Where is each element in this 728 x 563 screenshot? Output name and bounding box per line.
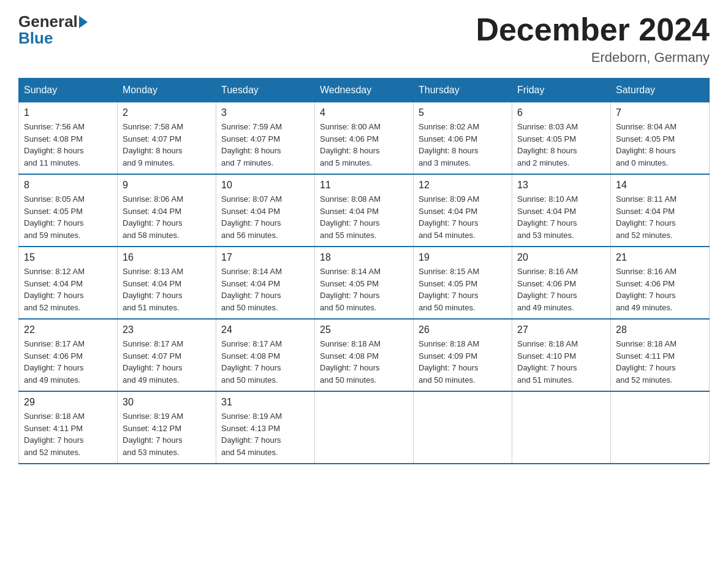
day-cell: 17Sunrise: 8:14 AMSunset: 4:04 PMDayligh… — [216, 247, 315, 319]
day-info: Sunrise: 8:04 AMSunset: 4:05 PMDaylight:… — [616, 121, 704, 169]
day-info: Sunrise: 8:09 AMSunset: 4:04 PMDaylight:… — [419, 193, 507, 241]
day-number: 24 — [221, 324, 309, 335]
day-info: Sunrise: 8:14 AMSunset: 4:05 PMDaylight:… — [320, 266, 408, 313]
page-header: General Blue December 2024 Erdeborn, Ger… — [18, 12, 710, 66]
day-number: 13 — [517, 180, 605, 191]
day-cell — [414, 391, 512, 464]
weekday-header-row: SundayMondayTuesdayWednesdayThursdayFrid… — [19, 79, 710, 102]
day-cell: 22Sunrise: 8:17 AMSunset: 4:06 PMDayligh… — [19, 319, 118, 391]
day-number: 19 — [419, 252, 507, 263]
day-number: 31 — [221, 397, 309, 408]
day-number: 17 — [221, 252, 309, 263]
day-info: Sunrise: 8:00 AMSunset: 4:06 PMDaylight:… — [320, 121, 408, 169]
day-cell: 31Sunrise: 8:19 AMSunset: 4:13 PMDayligh… — [216, 391, 315, 464]
day-cell: 23Sunrise: 8:17 AMSunset: 4:07 PMDayligh… — [118, 319, 216, 391]
day-cell: 3Sunrise: 7:59 AMSunset: 4:07 PMDaylight… — [216, 102, 315, 175]
day-cell: 16Sunrise: 8:13 AMSunset: 4:04 PMDayligh… — [118, 247, 216, 319]
day-info: Sunrise: 8:11 AMSunset: 4:04 PMDaylight:… — [616, 193, 704, 241]
day-number: 28 — [616, 324, 704, 335]
day-cell: 29Sunrise: 8:18 AMSunset: 4:11 PMDayligh… — [19, 391, 118, 464]
week-row-5: 29Sunrise: 8:18 AMSunset: 4:11 PMDayligh… — [19, 391, 710, 464]
day-cell: 20Sunrise: 8:16 AMSunset: 4:06 PMDayligh… — [512, 247, 611, 319]
day-number: 25 — [320, 324, 408, 335]
day-number: 9 — [123, 180, 211, 191]
day-info: Sunrise: 8:19 AMSunset: 4:13 PMDaylight:… — [221, 410, 309, 458]
day-cell: 2Sunrise: 7:58 AMSunset: 4:07 PMDaylight… — [118, 102, 216, 175]
day-info: Sunrise: 8:14 AMSunset: 4:04 PMDaylight:… — [221, 266, 309, 313]
day-info: Sunrise: 8:18 AMSunset: 4:10 PMDaylight:… — [517, 338, 605, 386]
logo-arrow-icon — [79, 16, 88, 28]
logo: General Blue — [18, 12, 88, 48]
week-row-1: 1Sunrise: 7:56 AMSunset: 4:08 PMDaylight… — [19, 102, 710, 175]
day-info: Sunrise: 8:18 AMSunset: 4:08 PMDaylight:… — [320, 338, 408, 386]
day-info: Sunrise: 7:56 AMSunset: 4:08 PMDaylight:… — [24, 121, 112, 169]
day-number: 4 — [320, 107, 408, 118]
day-cell: 13Sunrise: 8:10 AMSunset: 4:04 PMDayligh… — [512, 174, 611, 247]
day-number: 23 — [123, 324, 211, 335]
day-cell: 12Sunrise: 8:09 AMSunset: 4:04 PMDayligh… — [414, 174, 512, 247]
day-info: Sunrise: 8:16 AMSunset: 4:06 PMDaylight:… — [616, 266, 704, 313]
day-cell: 30Sunrise: 8:19 AMSunset: 4:12 PMDayligh… — [118, 391, 216, 464]
day-number: 27 — [517, 324, 605, 335]
day-info: Sunrise: 7:59 AMSunset: 4:07 PMDaylight:… — [221, 121, 309, 169]
day-cell — [611, 391, 710, 464]
day-cell — [315, 391, 414, 464]
day-number: 5 — [419, 107, 507, 118]
header-sunday: Sunday — [19, 79, 118, 102]
day-info: Sunrise: 8:18 AMSunset: 4:11 PMDaylight:… — [24, 410, 112, 458]
title-section: December 2024 Erdeborn, Germany — [476, 12, 710, 66]
day-info: Sunrise: 8:03 AMSunset: 4:05 PMDaylight:… — [517, 121, 605, 169]
day-number: 11 — [320, 180, 408, 191]
day-number: 3 — [221, 107, 309, 118]
header-monday: Monday — [118, 79, 216, 102]
header-saturday: Saturday — [611, 79, 710, 102]
day-cell: 14Sunrise: 8:11 AMSunset: 4:04 PMDayligh… — [611, 174, 710, 247]
day-info: Sunrise: 8:10 AMSunset: 4:04 PMDaylight:… — [517, 193, 605, 241]
header-wednesday: Wednesday — [315, 79, 414, 102]
calendar-table: SundayMondayTuesdayWednesdayThursdayFrid… — [18, 78, 710, 464]
day-cell: 19Sunrise: 8:15 AMSunset: 4:05 PMDayligh… — [414, 247, 512, 319]
day-info: Sunrise: 8:18 AMSunset: 4:11 PMDaylight:… — [616, 338, 704, 386]
logo-block: General Blue — [18, 12, 88, 48]
day-number: 30 — [123, 397, 211, 408]
header-tuesday: Tuesday — [216, 79, 315, 102]
day-cell: 1Sunrise: 7:56 AMSunset: 4:08 PMDaylight… — [19, 102, 118, 175]
day-info: Sunrise: 8:08 AMSunset: 4:04 PMDaylight:… — [320, 193, 408, 241]
header-thursday: Thursday — [414, 79, 512, 102]
day-cell: 24Sunrise: 8:17 AMSunset: 4:08 PMDayligh… — [216, 319, 315, 391]
day-info: Sunrise: 8:13 AMSunset: 4:04 PMDaylight:… — [123, 266, 211, 313]
day-info: Sunrise: 8:12 AMSunset: 4:04 PMDaylight:… — [24, 266, 112, 313]
day-cell: 27Sunrise: 8:18 AMSunset: 4:10 PMDayligh… — [512, 319, 611, 391]
day-number: 20 — [517, 252, 605, 263]
day-number: 7 — [616, 107, 704, 118]
day-cell: 9Sunrise: 8:06 AMSunset: 4:04 PMDaylight… — [118, 174, 216, 247]
day-number: 12 — [419, 180, 507, 191]
day-cell: 18Sunrise: 8:14 AMSunset: 4:05 PMDayligh… — [315, 247, 414, 319]
day-number: 8 — [24, 180, 112, 191]
day-cell: 11Sunrise: 8:08 AMSunset: 4:04 PMDayligh… — [315, 174, 414, 247]
day-cell: 6Sunrise: 8:03 AMSunset: 4:05 PMDaylight… — [512, 102, 611, 175]
day-cell — [512, 391, 611, 464]
day-cell: 25Sunrise: 8:18 AMSunset: 4:08 PMDayligh… — [315, 319, 414, 391]
day-number: 18 — [320, 252, 408, 263]
day-cell: 28Sunrise: 8:18 AMSunset: 4:11 PMDayligh… — [611, 319, 710, 391]
day-info: Sunrise: 8:07 AMSunset: 4:04 PMDaylight:… — [221, 193, 309, 241]
day-info: Sunrise: 8:16 AMSunset: 4:06 PMDaylight:… — [517, 266, 605, 313]
day-number: 16 — [123, 252, 211, 263]
day-cell: 15Sunrise: 8:12 AMSunset: 4:04 PMDayligh… — [19, 247, 118, 319]
day-info: Sunrise: 8:05 AMSunset: 4:05 PMDaylight:… — [24, 193, 112, 241]
day-number: 15 — [24, 252, 112, 263]
day-info: Sunrise: 8:17 AMSunset: 4:06 PMDaylight:… — [24, 338, 112, 386]
calendar-subtitle: Erdeborn, Germany — [476, 50, 710, 66]
day-number: 2 — [123, 107, 211, 118]
day-number: 26 — [419, 324, 507, 335]
day-info: Sunrise: 8:18 AMSunset: 4:09 PMDaylight:… — [419, 338, 507, 386]
day-info: Sunrise: 7:58 AMSunset: 4:07 PMDaylight:… — [123, 121, 211, 169]
day-number: 1 — [24, 107, 112, 118]
day-info: Sunrise: 8:19 AMSunset: 4:12 PMDaylight:… — [123, 410, 211, 458]
day-info: Sunrise: 8:06 AMSunset: 4:04 PMDaylight:… — [123, 193, 211, 241]
day-cell: 4Sunrise: 8:00 AMSunset: 4:06 PMDaylight… — [315, 102, 414, 175]
week-row-2: 8Sunrise: 8:05 AMSunset: 4:05 PMDaylight… — [19, 174, 710, 247]
day-number: 6 — [517, 107, 605, 118]
day-cell: 5Sunrise: 8:02 AMSunset: 4:06 PMDaylight… — [414, 102, 512, 175]
